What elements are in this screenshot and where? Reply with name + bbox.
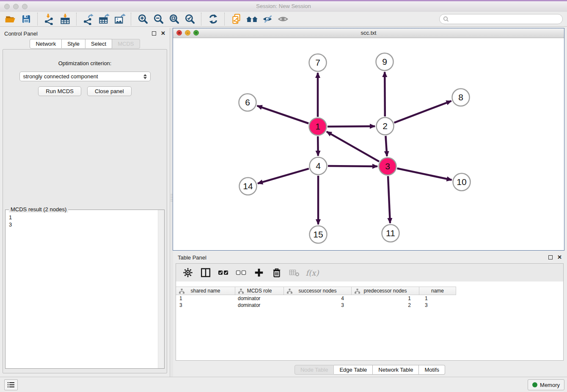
graph-node-1[interactable]: 1	[309, 118, 327, 135]
float-table-panel-icon[interactable]	[548, 255, 553, 259]
graph-node-10[interactable]: 10	[453, 174, 471, 191]
table-cell: 3	[176, 302, 235, 308]
graph-node-7[interactable]: 7	[309, 54, 327, 72]
import-network-icon[interactable]	[41, 12, 57, 26]
memory-status-icon	[532, 382, 537, 387]
close-window-button[interactable]	[4, 4, 10, 9]
table-cell: 3	[419, 302, 456, 308]
save-session-icon[interactable]	[18, 12, 34, 26]
table-row[interactable]: 3dominator323	[176, 302, 563, 309]
network-close-button[interactable]: ✕	[176, 30, 182, 36]
export-network-icon[interactable]	[80, 12, 96, 26]
graph-edge-1-2[interactable]	[328, 126, 375, 127]
network-window-titlebar[interactable]: ✕ − + scc.txt	[173, 28, 564, 38]
clear-checkboxes-icon[interactable]	[235, 267, 247, 279]
add-column-icon[interactable]	[253, 267, 265, 279]
open-session-icon[interactable]	[3, 12, 18, 26]
graph-edge-1-6[interactable]	[257, 106, 309, 124]
tab-select[interactable]: Select	[85, 39, 112, 49]
graph-edge-3-11[interactable]	[388, 176, 390, 223]
app-titlebar: Session: New Session	[0, 0, 567, 12]
svg-text:1: 1	[315, 121, 320, 131]
zoom-fit-icon[interactable]	[166, 12, 182, 26]
import-table-icon[interactable]	[57, 12, 73, 26]
window-accent-strip	[0, 0, 567, 1]
zoom-in-icon[interactable]	[135, 12, 151, 26]
graph-node-11[interactable]: 11	[382, 225, 399, 242]
network-minimize-button[interactable]: −	[185, 30, 190, 36]
svg-text:9: 9	[382, 57, 387, 66]
svg-text:10: 10	[457, 177, 466, 187]
float-panel-icon[interactable]	[152, 31, 156, 36]
column-header-successor-nodes[interactable]: successor nodes	[284, 287, 352, 295]
graph-edge-2-9[interactable]	[385, 72, 385, 116]
column-header-predecessor-nodes[interactable]: predecessor nodes	[352, 287, 419, 295]
result-scrollbar[interactable]	[158, 210, 164, 368]
refresh-icon[interactable]	[205, 12, 221, 26]
tab-network-table[interactable]: Network Table	[373, 365, 419, 375]
graph-edge-2-8[interactable]	[394, 101, 451, 123]
hide-selected-eye-icon[interactable]	[260, 12, 275, 26]
graph-edge-3-1[interactable]	[327, 132, 379, 162]
tab-node-table[interactable]: Node Table	[295, 365, 334, 375]
column-header-shared-name[interactable]: shared name	[176, 287, 235, 295]
table-cell: 2	[352, 302, 419, 308]
zoom-out-icon[interactable]	[151, 12, 166, 26]
table-cell: 3	[284, 302, 352, 308]
criterion-dropdown[interactable]: strongly connected component	[19, 72, 151, 81]
maximize-window-button[interactable]	[22, 4, 28, 9]
show-all-eye-icon[interactable]	[275, 12, 291, 26]
tab-motifs[interactable]: Motifs	[419, 365, 445, 375]
column-header-MCDS-role[interactable]: MCDS role	[235, 287, 284, 295]
svg-text:11: 11	[386, 228, 395, 238]
graph-edge-4-14[interactable]	[258, 168, 309, 183]
graph-node-3[interactable]: 3	[379, 158, 396, 175]
tab-network[interactable]: Network	[30, 39, 62, 49]
select-all-checkboxes-icon[interactable]	[217, 267, 229, 279]
show-columns-icon[interactable]	[200, 267, 212, 279]
svg-text:6: 6	[245, 97, 250, 107]
graph-edge-3-10[interactable]	[397, 168, 452, 180]
close-table-panel-icon[interactable]: ✕	[557, 255, 562, 259]
mcds-result-title: MCDS result (2 nodes)	[9, 206, 68, 213]
export-image-icon[interactable]	[112, 12, 127, 26]
graph-node-4[interactable]: 4	[310, 157, 327, 175]
table-options-gear-icon[interactable]	[182, 267, 194, 279]
graph-node-15[interactable]: 15	[310, 226, 327, 243]
minimize-window-button[interactable]	[13, 4, 19, 9]
zoom-selected-icon[interactable]	[182, 12, 198, 26]
graph-node-2[interactable]: 2	[377, 118, 394, 135]
search-box[interactable]	[439, 14, 563, 24]
tab-mcds[interactable]: MCDS	[112, 39, 140, 49]
graph-node-9[interactable]: 9	[376, 53, 394, 71]
clone-network-icon[interactable]	[228, 12, 244, 26]
tab-edge-table[interactable]: Edge Table	[334, 365, 373, 375]
export-table-icon[interactable]	[96, 12, 112, 26]
graph-node-8[interactable]: 8	[452, 89, 470, 106]
graph-edge-4-3[interactable]	[328, 166, 377, 166]
graph-edge-2-3[interactable]	[385, 136, 387, 156]
table-row[interactable]: 1dominator411	[176, 295, 563, 302]
network-canvas[interactable]: 7968124314101511	[173, 38, 564, 251]
tab-style[interactable]: Style	[62, 39, 85, 49]
svg-text:15: 15	[313, 229, 323, 239]
table-cell: 1	[352, 295, 419, 301]
close-panel-icon[interactable]: ✕	[161, 31, 165, 36]
criterion-value: strongly connected component	[23, 73, 98, 80]
network-maximize-button[interactable]: +	[193, 30, 199, 36]
home-icon[interactable]	[244, 12, 260, 26]
svg-text:4: 4	[316, 161, 321, 171]
memory-button[interactable]: Memory	[528, 379, 564, 390]
search-input[interactable]	[451, 16, 562, 23]
graph-node-14[interactable]: 14	[239, 178, 257, 195]
task-history-button[interactable]	[4, 379, 18, 390]
run-mcds-button[interactable]: Run MCDS	[38, 86, 81, 96]
graph-edge-1-4[interactable]	[318, 136, 318, 156]
graph-node-6[interactable]: 6	[239, 94, 256, 111]
list-icon	[7, 381, 15, 388]
toolbar-separator	[76, 13, 77, 25]
delete-column-trash-icon[interactable]	[271, 267, 283, 279]
table-cell: dominator	[235, 302, 284, 308]
close-panel-button[interactable]: Close panel	[87, 86, 132, 96]
column-header-name[interactable]: name	[419, 287, 456, 295]
